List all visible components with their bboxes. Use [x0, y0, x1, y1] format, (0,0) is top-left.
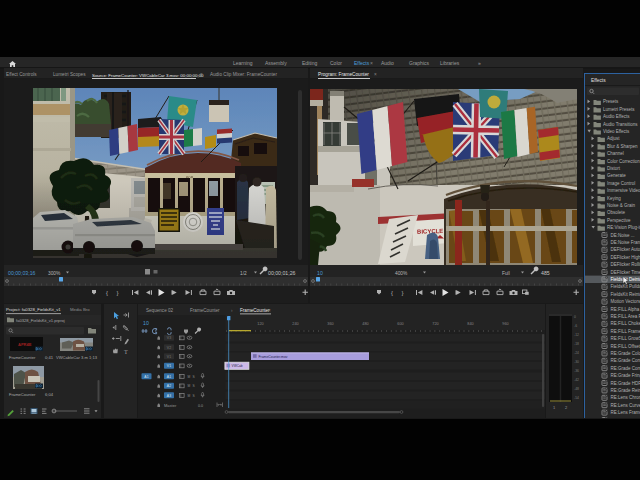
- svg-text:fa0328_FieldsKit_v1.prproj: fa0328_FieldsKit_v1.prproj: [16, 318, 65, 323]
- svg-text:DE:Noise Frame ...: DE:Noise Frame ...: [611, 240, 640, 245]
- svg-text:-48: -48: [574, 387, 579, 391]
- svg-text:Master: Master: [164, 403, 177, 408]
- svg-text:{: {: [391, 290, 393, 296]
- svg-text:6;04: 6;04: [45, 392, 54, 397]
- svg-text:FrameCounter: FrameCounter: [9, 392, 36, 397]
- svg-text:-30: -30: [574, 360, 579, 364]
- svg-text:V2: V2: [167, 346, 171, 350]
- svg-text:RE:Lens Chromat ...: RE:Lens Chromat ...: [611, 395, 640, 400]
- svg-text:Adjust: Adjust: [607, 136, 620, 141]
- svg-text:FrameCounter: FrameCounter: [190, 308, 220, 313]
- svg-text:-42: -42: [574, 378, 579, 382]
- svg-text:RE:Lens Curved S ...: RE:Lens Curved S ...: [611, 403, 640, 408]
- svg-text:Full: Full: [502, 271, 510, 276]
- svg-text:RE:FILL Offset ...: RE:FILL Offset ...: [611, 344, 640, 349]
- svg-text:960: 960: [502, 322, 508, 326]
- svg-text:V3: V3: [167, 336, 171, 340]
- svg-text:-12: -12: [574, 333, 579, 337]
- svg-text:FrameCounter: FrameCounter: [9, 355, 36, 360]
- svg-text:Perspective: Perspective: [607, 218, 631, 223]
- svg-text:VWCab: VWCab: [232, 364, 243, 368]
- svg-text:FrameCounter.mov: FrameCounter.mov: [259, 355, 288, 359]
- svg-text:DEFlicker Rolling ...: DEFlicker Rolling ...: [611, 262, 640, 267]
- svg-text:M: M: [188, 394, 191, 398]
- svg-text:RE:Vision Plug-ins: RE:Vision Plug-ins: [607, 225, 640, 230]
- svg-text:M: M: [188, 384, 191, 388]
- svg-text:Generate: Generate: [607, 173, 626, 178]
- svg-text:V1: V1: [167, 355, 171, 359]
- svg-text:Color Correction: Color Correction: [607, 159, 640, 164]
- svg-text:A3: A3: [167, 394, 171, 398]
- svg-text:FieldsKit Pulldow ...: FieldsKit Pulldow ...: [611, 284, 640, 289]
- svg-text:480: 480: [362, 322, 368, 326]
- svg-text:VWCableCar 3.m: VWCableCar 3.m: [56, 355, 88, 360]
- svg-text:400%: 400%: [395, 271, 408, 276]
- svg-text:Presets: Presets: [603, 99, 619, 104]
- svg-text:T: T: [124, 348, 128, 355]
- svg-text:Audio Transitions: Audio Transitions: [603, 122, 638, 127]
- svg-text:RE:Lens Frame Fi ...: RE:Lens Frame Fi ...: [611, 410, 640, 415]
- svg-text:0;41: 0;41: [45, 355, 54, 360]
- svg-text:00;00;03;16: 00;00;03;16: [8, 270, 36, 276]
- svg-text:DEFlicker High Sp ...: DEFlicker High Sp ...: [611, 255, 640, 260]
- svg-text:Immersive Video: Immersive Video: [607, 188, 640, 193]
- svg-text:RE:Grade HDR M ...: RE:Grade HDR M ...: [611, 381, 640, 386]
- svg-text:RE:Grade Contras ...: RE:Grade Contras ...: [611, 358, 640, 363]
- svg-text:A1: A1: [144, 375, 148, 379]
- svg-text:Obsolete: Obsolete: [607, 210, 626, 215]
- svg-text:}: }: [117, 290, 119, 296]
- svg-text:840: 840: [467, 322, 473, 326]
- svg-text:-54: -54: [574, 396, 579, 400]
- svg-text:0: 0: [574, 315, 576, 319]
- svg-text:360: 360: [327, 322, 333, 326]
- svg-text:DEFlicker Auto Le ...: DEFlicker Auto Le ...: [611, 247, 640, 252]
- svg-text:Distort: Distort: [607, 166, 621, 171]
- svg-text:RE:Grade Reinter ...: RE:Grade Reinter ...: [611, 388, 640, 393]
- svg-text:10: 10: [143, 320, 149, 326]
- svg-text:-24: -24: [574, 351, 579, 355]
- svg-text:RE:FILL GrowScal ...: RE:FILL GrowScal ...: [611, 336, 640, 341]
- svg-text:DEFlicker Time La ...: DEFlicker Time La ...: [611, 270, 640, 275]
- svg-text:Keying: Keying: [607, 196, 621, 201]
- svg-text:DE:Noise ...: DE:Noise ...: [611, 233, 635, 238]
- svg-text:V1: V1: [167, 364, 171, 368]
- svg-text:720: 720: [432, 322, 438, 326]
- svg-text:RE:Grade Correct ...: RE:Grade Correct ...: [611, 366, 640, 371]
- svg-text:RE:FILL Frame-B ...: RE:FILL Frame-B ...: [611, 329, 640, 334]
- svg-text:{: {: [106, 290, 108, 296]
- svg-text:A2: A2: [167, 384, 171, 388]
- svg-text:APR4E: APR4E: [18, 342, 32, 347]
- svg-text:Image Control: Image Control: [607, 181, 635, 186]
- svg-text:RE:Grade Fringin ...: RE:Grade Fringin ...: [611, 373, 640, 378]
- svg-text:RE:Grade Color B ...: RE:Grade Color B ...: [611, 351, 640, 356]
- svg-text:120: 120: [257, 322, 263, 326]
- svg-text:Motion Vectors: C ...: Motion Vectors: C ...: [611, 299, 640, 304]
- svg-text:Sequence 02: Sequence 02: [146, 308, 174, 313]
- svg-text:485: 485: [541, 270, 550, 276]
- svg-text:600: 600: [397, 322, 403, 326]
- svg-text:RE:FILL Alpha ...: RE:FILL Alpha ...: [611, 307, 640, 312]
- svg-text:-18: -18: [574, 342, 579, 346]
- svg-text:RE:FILL Choke ...: RE:FILL Choke ...: [611, 321, 640, 326]
- svg-text:-6: -6: [574, 324, 577, 328]
- svg-text:300%: 300%: [48, 271, 61, 276]
- svg-text:×: ×: [268, 308, 271, 313]
- svg-text:Media Bro: Media Bro: [70, 307, 90, 312]
- svg-text:-36: -36: [574, 369, 579, 373]
- svg-text:Lumetri Presets: Lumetri Presets: [603, 107, 635, 112]
- svg-text:M: M: [188, 375, 191, 379]
- svg-text:1;13: 1;13: [89, 355, 98, 360]
- svg-text:Channel: Channel: [607, 151, 624, 156]
- svg-text:A1: A1: [167, 375, 171, 379]
- svg-text:Blur & Sharpen: Blur & Sharpen: [607, 144, 638, 149]
- svg-text:FieldsKit Reinterla ...: FieldsKit Reinterla ...: [611, 292, 640, 297]
- svg-text:Noise & Grain: Noise & Grain: [607, 203, 636, 208]
- svg-text:0.0: 0.0: [198, 404, 203, 408]
- svg-text:1/2: 1/2: [240, 271, 247, 276]
- svg-text:Effects: Effects: [591, 78, 606, 83]
- svg-text:Project: fa0328_FieldsKit_v1: Project: fa0328_FieldsKit_v1: [6, 307, 61, 312]
- svg-text:FrameCounter: FrameCounter: [240, 308, 270, 313]
- svg-text:}: }: [402, 290, 404, 296]
- svg-text:Audio Effects: Audio Effects: [603, 114, 630, 119]
- svg-text:RE:FILL Area Fill ...: RE:FILL Area Fill ...: [611, 314, 640, 319]
